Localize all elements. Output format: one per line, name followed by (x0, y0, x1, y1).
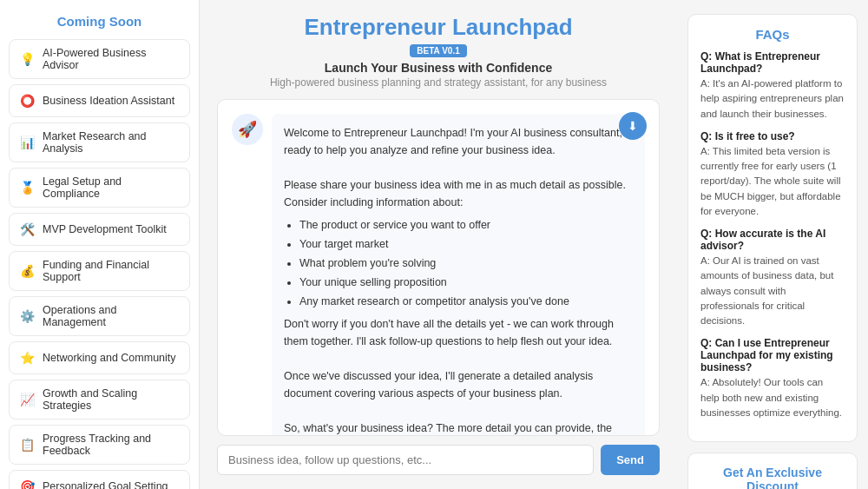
sidebar-icon-networking: ⭐ (18, 349, 36, 367)
main-content: Entrepreneur Launchpad BETA V0.1 Launch … (200, 0, 677, 489)
sidebar-icon-operations: ⚙️ (18, 307, 36, 325)
sidebar-icon-ai-business-advisor: 💡 (18, 50, 36, 68)
faq-question-3: Q: Can I use Entrepreneur Launchpad for … (700, 337, 845, 373)
faq-item-3: Q: Can I use Entrepreneur Launchpad for … (700, 337, 845, 420)
sidebar-label-legal-setup: Legal Setup and Compliance (43, 175, 181, 200)
faq-item-2: Q: How accurate is the AI advisor? A: Ou… (700, 228, 845, 328)
chat-bullet-item: Your target market (299, 235, 633, 253)
welcome-p1: Welcome to Entrepreneur Launchpad! I'm y… (284, 124, 633, 159)
main-subtitle: Launch Your Business with Confidence (217, 61, 660, 75)
sidebar-item-legal-setup[interactable]: 🏅 Legal Setup and Compliance (9, 168, 190, 208)
sidebar-item-growth-strategies[interactable]: 📈 Growth and Scaling Strategies (9, 380, 190, 420)
welcome-p3: Don't worry if you don't have all the de… (284, 315, 633, 350)
chat-bullet-item: Your unique selling proposition (299, 274, 633, 291)
faq-answer-1: A: This limited beta version is currentl… (700, 144, 845, 219)
sidebar-icon-legal-setup: 🏅 (18, 179, 36, 196)
sidebar-item-networking[interactable]: ⭐ Networking and Community (9, 341, 190, 374)
chat-bubble: Welcome to Entrepreneur Launchpad! I'm y… (272, 114, 645, 436)
beta-badge: BETA V0.1 (410, 44, 466, 57)
sidebar-label-progress-tracking: Progress Tracking and Feedback (43, 433, 181, 457)
chat-input[interactable] (217, 445, 594, 475)
faq-question-2: Q: How accurate is the AI advisor? (700, 228, 845, 252)
chat-message: 🚀 Welcome to Entrepreneur Launchpad! I'm… (232, 114, 645, 436)
sidebar-item-market-research[interactable]: 📊 Market Research and Analysis (9, 122, 190, 162)
sidebar-label-ai-business-advisor: AI-Powered Business Advisor (43, 47, 181, 71)
sidebar-item-business-ideation[interactable]: ⭕ Business Ideation Assistant (9, 84, 190, 117)
sidebar-label-funding-support: Funding and Financial Support (43, 259, 181, 283)
main-description: High-powered business planning and strat… (217, 76, 660, 89)
sidebar-item-operations[interactable]: ⚙️ Operations and Management (9, 296, 190, 336)
sidebar: Coming Soon 💡 AI-Powered Business Adviso… (0, 0, 200, 489)
chat-bullet-item: The product or service you want to offer (299, 216, 633, 234)
sidebar-icon-funding-support: 💰 (18, 262, 36, 280)
sidebar-title: Coming Soon (9, 14, 190, 29)
sidebar-icon-business-ideation: ⭕ (18, 92, 36, 109)
sidebar-label-networking: Networking and Community (43, 352, 176, 364)
welcome-p2: Please share your business idea with me … (284, 176, 633, 211)
sidebar-icon-market-research: 📊 (18, 134, 36, 151)
discount-title: Get An Exclusive Discount (700, 466, 845, 489)
chat-avatar: 🚀 (232, 114, 263, 145)
faq-question-1: Q: Is it free to use? (700, 130, 845, 142)
chat-bullet-item: Any market research or competitor analys… (299, 293, 633, 310)
sidebar-label-business-ideation: Business Ideation Assistant (43, 95, 174, 107)
sidebar-icon-progress-tracking: 📋 (18, 436, 36, 453)
sidebar-item-progress-tracking[interactable]: 📋 Progress Tracking and Feedback (9, 425, 190, 465)
sidebar-item-funding-support[interactable]: 💰 Funding and Financial Support (9, 251, 190, 291)
sidebar-icon-goal-setting: 🎯 (18, 478, 36, 489)
chat-bullet-item: What problem you're solving (299, 254, 633, 272)
chat-container: ⬇ 🚀 Welcome to Entrepreneur Launchpad! I… (217, 99, 660, 436)
sidebar-label-growth-strategies: Growth and Scaling Strategies (43, 387, 181, 412)
sidebar-label-goal-setting: Personalized Goal Setting (43, 480, 168, 489)
sidebar-item-goal-setting[interactable]: 🎯 Personalized Goal Setting (9, 470, 190, 489)
sidebar-icon-mvp-toolkit: 🛠️ (18, 221, 36, 238)
sidebar-label-mvp-toolkit: MVP Development Toolkit (43, 223, 167, 235)
faq-item-0: Q: What is Entrepreneur Launchpad? A: It… (700, 50, 845, 122)
sidebar-label-market-research: Market Research and Analysis (43, 130, 181, 155)
welcome-p5: So, what's your business idea? The more … (284, 420, 633, 436)
discount-section: Get An Exclusive Discount We're launchin… (687, 453, 858, 489)
faq-question-0: Q: What is Entrepreneur Launchpad? (700, 50, 845, 75)
main-header: Entrepreneur Launchpad BETA V0.1 Launch … (217, 14, 660, 89)
right-panel: FAQs Q: What is Entrepreneur Launchpad? … (677, 0, 868, 489)
faq-answer-0: A: It's an AI-powered platform to help a… (700, 76, 845, 122)
send-button[interactable]: Send (601, 445, 660, 475)
sidebar-icon-growth-strategies: 📈 (18, 391, 36, 408)
main-title: Entrepreneur Launchpad (217, 14, 660, 41)
sidebar-item-mvp-toolkit[interactable]: 🛠️ MVP Development Toolkit (9, 213, 190, 246)
download-button[interactable]: ⬇ (619, 112, 647, 140)
welcome-p4: Once we've discussed your idea, I'll gen… (284, 367, 633, 402)
faq-answer-2: A: Our AI is trained on vast amounts of … (700, 254, 845, 328)
faq-answer-3: A: Absolutely! Our tools can help both n… (700, 375, 845, 420)
faq-title: FAQs (700, 27, 845, 42)
faq-item-1: Q: Is it free to use? A: This limited be… (700, 130, 845, 219)
chat-input-row: Send (217, 445, 660, 475)
sidebar-item-ai-business-advisor[interactable]: 💡 AI-Powered Business Advisor (9, 39, 190, 79)
faq-section: FAQs Q: What is Entrepreneur Launchpad? … (687, 14, 858, 442)
sidebar-label-operations: Operations and Management (43, 304, 181, 328)
